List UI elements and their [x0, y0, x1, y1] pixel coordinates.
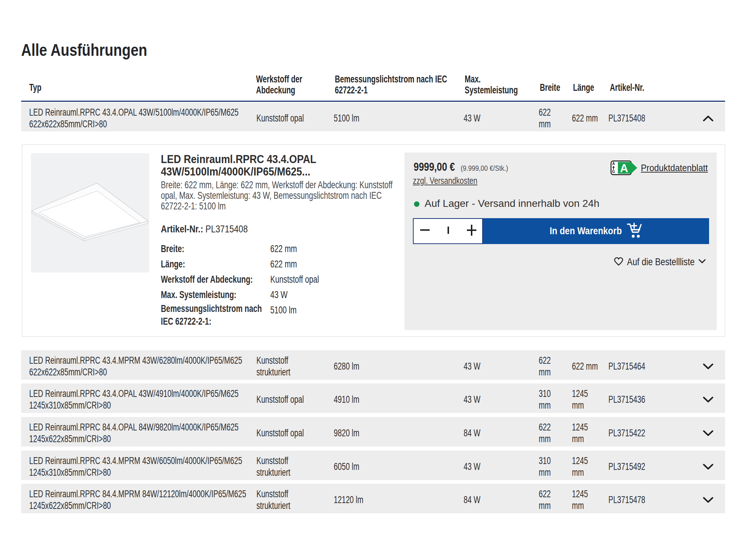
- svg-text:G: G: [612, 170, 615, 174]
- svg-text:A: A: [612, 162, 615, 166]
- svg-text:A: A: [620, 162, 628, 175]
